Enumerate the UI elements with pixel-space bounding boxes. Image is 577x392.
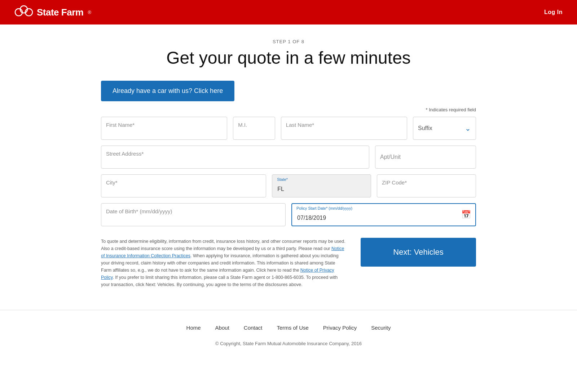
footer-link-security[interactable]: Security [371, 325, 391, 331]
state-farm-logo-icon [14, 5, 33, 19]
name-row: First Name* M.I. Last Name* Suffix Jr. S… [101, 117, 476, 140]
footer: Home About Contact Terms of Use Privacy … [0, 310, 577, 357]
dob-input[interactable] [101, 203, 286, 226]
footer-link-privacy[interactable]: Privacy Policy [323, 325, 357, 331]
policy-date-field: Policy Start Date* (mm/dd/yyyy) 📅 [291, 203, 476, 226]
mi-input[interactable] [233, 117, 275, 140]
city-input[interactable] [101, 174, 266, 197]
apt-field: Apt/Unit [375, 146, 476, 169]
last-name-input[interactable] [281, 117, 407, 140]
required-note: * Indicates required field [101, 107, 476, 112]
footer-link-terms[interactable]: Terms of Use [277, 325, 309, 331]
city-field: City* [101, 174, 266, 197]
step-label: STEP 1 OF 8 [101, 39, 476, 44]
header: State Farm ® Log In [0, 0, 577, 24]
footer-link-contact[interactable]: Contact [244, 325, 263, 331]
apt-input[interactable] [375, 146, 476, 169]
calendar-icon[interactable]: 📅 [461, 210, 471, 219]
login-button[interactable]: Log In [544, 9, 563, 15]
street-address-field: Street Address* [101, 146, 369, 169]
main-content: STEP 1 OF 8 Get your quote in a few minu… [72, 24, 505, 310]
first-name-input[interactable] [101, 117, 227, 140]
footer-nav: Home About Contact Terms of Use Privacy … [0, 325, 577, 331]
suffix-field: Suffix Jr. Sr. II III IV ⌄ [413, 117, 476, 140]
street-input[interactable] [101, 146, 369, 169]
footer-link-about[interactable]: About [215, 325, 229, 331]
copyright: © Copyright, State Farm Mutual Automobil… [0, 341, 577, 346]
disclaimer-text-3: . If you prefer to limit sharing this in… [101, 275, 338, 287]
state-field: State* [272, 174, 371, 197]
suffix-select[interactable]: Jr. Sr. II III IV [413, 117, 476, 140]
brand-name: State Farm [37, 7, 83, 18]
zip-input[interactable] [377, 174, 476, 197]
last-name-field: Last Name* [281, 117, 407, 140]
dob-field: Date of Birth* (mm/dd/yyyy) [101, 203, 286, 226]
disclaimer-row: To quote and determine eligibility, info… [101, 238, 476, 288]
state-input[interactable] [272, 174, 371, 197]
address-row: Street Address* Apt/Unit [101, 146, 476, 169]
mi-field: M.I. [233, 117, 275, 140]
brand-trademark: ® [88, 10, 91, 15]
first-name-field: First Name* [101, 117, 227, 140]
footer-link-home[interactable]: Home [186, 325, 201, 331]
already-have-car-button[interactable]: Already have a car with us? Click here [101, 81, 234, 101]
city-state-zip-row: City* State* ZIP Code* [101, 174, 476, 197]
dob-policy-row: Date of Birth* (mm/dd/yyyy) Policy Start… [101, 203, 476, 226]
next-vehicles-button[interactable]: Next: Vehicles [361, 238, 476, 267]
logo: State Farm ® [14, 5, 91, 19]
disclaimer-text: To quote and determine eligibility, info… [101, 238, 346, 288]
disclaimer-text-1: To quote and determine eligibility, info… [101, 239, 345, 251]
zip-field: ZIP Code* [377, 174, 476, 197]
policy-date-input[interactable] [291, 203, 476, 226]
page-title: Get your quote in a few minutes [101, 48, 476, 68]
